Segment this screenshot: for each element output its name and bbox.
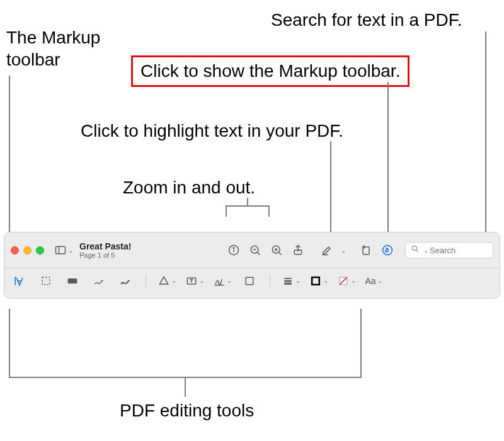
textbox-tool[interactable]: ⌄ (185, 272, 204, 290)
svg-line-7 (257, 252, 260, 255)
rotate-button[interactable] (357, 241, 375, 259)
line-style-menu[interactable]: ⌄ (282, 272, 301, 290)
main-toolbar: ⌄ Great Pasta! Page 1 of 5 ⌄ (4, 232, 500, 268)
draw-tool[interactable] (117, 272, 134, 290)
svg-rect-0 (56, 246, 66, 254)
label-highlight: Click to highlight text in your PDF. (81, 120, 343, 142)
label-markup-toolbar: The Markup toolbar (6, 26, 113, 71)
callout-line (485, 32, 486, 239)
callout-bracket (9, 309, 362, 378)
share-button[interactable] (289, 241, 307, 259)
document-title: Great Pasta! (79, 241, 131, 251)
callout-line (247, 198, 248, 205)
note-tool[interactable] (241, 272, 258, 290)
font-style-menu[interactable]: Aa⌄ (365, 272, 382, 290)
sign-tool[interactable]: ⌄ (213, 272, 232, 290)
svg-rect-20 (42, 277, 50, 285)
border-color-menu[interactable]: ⌄ (309, 272, 328, 290)
zoom-in-button[interactable] (268, 241, 285, 259)
sketch-tool[interactable] (90, 272, 108, 290)
highlight-button[interactable] (318, 241, 336, 259)
svg-point-15 (383, 246, 392, 255)
window-traffic-lights (11, 246, 44, 255)
info-button[interactable] (225, 241, 243, 259)
separator (270, 274, 270, 288)
search-field[interactable]: ⌄ (405, 242, 493, 258)
svg-line-11 (278, 252, 281, 255)
callout-bracket (226, 205, 270, 217)
svg-rect-29 (312, 277, 319, 285)
label-search: Search for text in a PDF. (271, 9, 462, 31)
callout-line (330, 141, 331, 239)
separator (146, 274, 146, 288)
label-editing-tools: PDF editing tools (120, 399, 254, 421)
document-page-count: Page 1 of 5 (79, 251, 131, 259)
close-window-button[interactable] (11, 246, 19, 255)
fullscreen-window-button[interactable] (36, 246, 44, 255)
search-menu-chevron[interactable]: ⌄ (423, 247, 428, 254)
sidebar-toggle-button[interactable]: ⌄ (54, 241, 73, 259)
redact-tool[interactable] (64, 272, 81, 290)
rectangular-selection-tool[interactable] (37, 272, 55, 290)
preview-window: ⌄ Great Pasta! Page 1 of 5 ⌄ (4, 232, 500, 299)
svg-marker-22 (159, 277, 168, 284)
svg-line-17 (416, 250, 418, 252)
svg-rect-25 (246, 277, 253, 285)
document-title-block: Great Pasta! Page 1 of 5 (79, 241, 131, 259)
search-icon (411, 244, 420, 256)
svg-point-4 (233, 248, 234, 249)
markup-toolbar: ⌄ ⌄ ⌄ ⌄ ⌄ ⌄ Aa⌄ (4, 268, 500, 293)
shapes-menu[interactable]: ⌄ (158, 272, 176, 290)
zoom-out-button[interactable] (246, 241, 264, 259)
label-zoom: Zoom in and out. (123, 176, 255, 198)
highlight-menu-chevron[interactable]: ⌄ (341, 247, 346, 254)
callout-line (185, 378, 186, 397)
svg-point-16 (412, 246, 416, 250)
label-show-markup: Click to show the Markup toolbar. (131, 55, 410, 87)
search-input[interactable] (428, 245, 485, 256)
fill-color-menu[interactable]: ⌄ (337, 272, 356, 290)
text-selection-tool[interactable] (11, 272, 28, 290)
svg-rect-21 (68, 278, 76, 283)
markup-toggle-button[interactable] (379, 241, 396, 259)
callout-line (387, 82, 389, 239)
minimize-window-button[interactable] (23, 246, 32, 255)
